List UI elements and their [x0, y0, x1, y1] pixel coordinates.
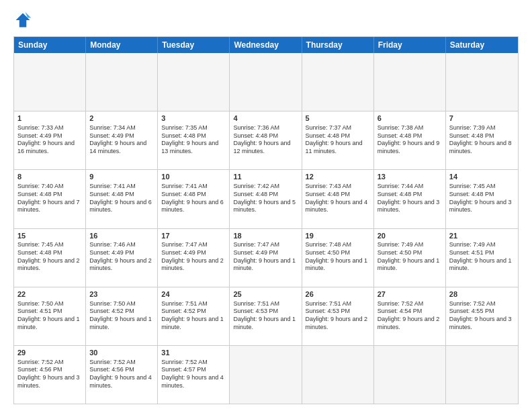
day-number: 19	[306, 231, 370, 241]
calendar-cell: 6Sunrise: 7:38 AMSunset: 4:48 PMDaylight…	[374, 111, 446, 169]
calendar-row: 8Sunrise: 7:40 AMSunset: 4:48 PMDaylight…	[14, 169, 518, 228]
calendar-cell: 12Sunrise: 7:43 AMSunset: 4:48 PMDayligh…	[302, 170, 374, 228]
calendar-header-cell: Wednesday	[230, 37, 302, 53]
calendar-cell: 18Sunrise: 7:47 AMSunset: 4:49 PMDayligh…	[230, 229, 302, 287]
day-number: 9	[89, 172, 154, 182]
calendar-cell	[374, 53, 446, 111]
cell-info: Sunrise: 7:52 AMSunset: 4:57 PMDaylight:…	[161, 359, 226, 390]
calendar-cell: 20Sunrise: 7:49 AMSunset: 4:50 PMDayligh…	[374, 229, 446, 287]
cell-info: Sunrise: 7:47 AMSunset: 4:49 PMDaylight:…	[233, 241, 298, 273]
calendar-body: 1Sunrise: 7:33 AMSunset: 4:49 PMDaylight…	[14, 53, 518, 404]
cell-info: Sunrise: 7:52 AMSunset: 4:55 PMDaylight:…	[449, 300, 515, 332]
cell-info: Sunrise: 7:51 AMSunset: 4:53 PMDaylight:…	[306, 300, 370, 332]
calendar-cell: 30Sunrise: 7:52 AMSunset: 4:56 PMDayligh…	[86, 346, 158, 404]
day-number: 6	[378, 113, 442, 124]
calendar-row: 29Sunrise: 7:52 AMSunset: 4:56 PMDayligh…	[14, 345, 518, 404]
calendar-cell	[302, 346, 374, 404]
calendar-cell: 16Sunrise: 7:46 AMSunset: 4:49 PMDayligh…	[86, 229, 158, 287]
cell-info: Sunrise: 7:42 AMSunset: 4:48 PMDaylight:…	[233, 183, 298, 214]
day-number: 8	[17, 172, 82, 182]
day-number: 13	[378, 172, 442, 182]
calendar-header-cell: Friday	[374, 37, 446, 53]
day-number: 22	[17, 289, 82, 300]
calendar-row: 22Sunrise: 7:50 AMSunset: 4:51 PMDayligh…	[14, 287, 518, 345]
cell-info: Sunrise: 7:51 AMSunset: 4:53 PMDaylight:…	[233, 300, 298, 332]
cell-info: Sunrise: 7:36 AMSunset: 4:48 PMDaylight:…	[233, 124, 298, 156]
calendar-cell: 31Sunrise: 7:52 AMSunset: 4:57 PMDayligh…	[158, 346, 230, 404]
cell-info: Sunrise: 7:41 AMSunset: 4:48 PMDaylight:…	[89, 183, 154, 214]
calendar-cell: 9Sunrise: 7:41 AMSunset: 4:48 PMDaylight…	[86, 170, 158, 228]
day-number: 7	[449, 113, 515, 124]
cell-info: Sunrise: 7:49 AMSunset: 4:51 PMDaylight:…	[449, 241, 515, 273]
cell-info: Sunrise: 7:46 AMSunset: 4:49 PMDaylight:…	[89, 241, 154, 273]
day-number: 20	[378, 231, 442, 241]
cell-info: Sunrise: 7:39 AMSunset: 4:48 PMDaylight:…	[449, 124, 515, 156]
calendar-cell	[14, 53, 86, 111]
day-number: 11	[233, 172, 298, 182]
cell-info: Sunrise: 7:50 AMSunset: 4:51 PMDaylight:…	[17, 300, 82, 332]
calendar-cell: 13Sunrise: 7:44 AMSunset: 4:48 PMDayligh…	[374, 170, 446, 228]
day-number: 23	[89, 289, 154, 300]
cell-info: Sunrise: 7:34 AMSunset: 4:49 PMDaylight:…	[89, 124, 154, 156]
calendar-cell: 28Sunrise: 7:52 AMSunset: 4:55 PMDayligh…	[446, 287, 518, 345]
day-number: 15	[17, 231, 82, 241]
day-number: 25	[233, 289, 298, 300]
cell-info: Sunrise: 7:49 AMSunset: 4:50 PMDaylight:…	[378, 241, 442, 273]
calendar-header-cell: Monday	[86, 37, 158, 53]
calendar-cell: 24Sunrise: 7:51 AMSunset: 4:52 PMDayligh…	[158, 287, 230, 345]
calendar-cell: 15Sunrise: 7:45 AMSunset: 4:48 PMDayligh…	[14, 229, 86, 287]
day-number: 4	[233, 113, 298, 124]
day-number: 27	[378, 289, 442, 300]
calendar-cell: 10Sunrise: 7:41 AMSunset: 4:48 PMDayligh…	[158, 170, 230, 228]
day-number: 30	[89, 348, 154, 358]
calendar-cell: 23Sunrise: 7:50 AMSunset: 4:52 PMDayligh…	[86, 287, 158, 345]
calendar-header-cell: Sunday	[14, 37, 86, 53]
calendar-cell	[158, 53, 230, 111]
page: SundayMondayTuesdayWednesdayThursdayFrid…	[0, 0, 532, 411]
calendar-cell	[230, 346, 302, 404]
day-number: 31	[161, 348, 226, 358]
cell-info: Sunrise: 7:37 AMSunset: 4:48 PMDaylight:…	[306, 124, 370, 156]
cell-info: Sunrise: 7:41 AMSunset: 4:48 PMDaylight:…	[161, 183, 226, 214]
day-number: 1	[17, 113, 82, 124]
cell-info: Sunrise: 7:50 AMSunset: 4:52 PMDaylight:…	[89, 300, 154, 332]
day-number: 3	[161, 113, 226, 124]
calendar-cell: 17Sunrise: 7:47 AMSunset: 4:49 PMDayligh…	[158, 229, 230, 287]
calendar: SundayMondayTuesdayWednesdayThursdayFrid…	[13, 36, 519, 404]
cell-info: Sunrise: 7:48 AMSunset: 4:50 PMDaylight:…	[306, 241, 370, 273]
cell-info: Sunrise: 7:43 AMSunset: 4:48 PMDaylight:…	[306, 183, 370, 214]
day-number: 18	[233, 231, 298, 241]
cell-info: Sunrise: 7:44 AMSunset: 4:48 PMDaylight:…	[378, 183, 442, 214]
calendar-header-cell: Tuesday	[158, 37, 230, 53]
calendar-cell: 27Sunrise: 7:52 AMSunset: 4:54 PMDayligh…	[374, 287, 446, 345]
calendar-cell	[302, 53, 374, 111]
cell-info: Sunrise: 7:38 AMSunset: 4:48 PMDaylight:…	[378, 124, 442, 156]
day-number: 26	[306, 289, 370, 300]
calendar-row: 15Sunrise: 7:45 AMSunset: 4:48 PMDayligh…	[14, 228, 518, 287]
logo	[13, 11, 35, 30]
calendar-cell	[230, 53, 302, 111]
day-number: 5	[306, 113, 370, 124]
calendar-header-cell: Thursday	[302, 37, 374, 53]
day-number: 21	[449, 231, 515, 241]
day-number: 2	[89, 113, 154, 124]
cell-info: Sunrise: 7:45 AMSunset: 4:48 PMDaylight:…	[449, 183, 515, 214]
calendar-cell	[86, 53, 158, 111]
day-number: 29	[17, 348, 82, 358]
cell-info: Sunrise: 7:35 AMSunset: 4:48 PMDaylight:…	[161, 124, 226, 156]
calendar-header-cell: Saturday	[446, 37, 518, 53]
cell-info: Sunrise: 7:45 AMSunset: 4:48 PMDaylight:…	[17, 241, 82, 273]
day-number: 14	[449, 172, 515, 182]
calendar-cell: 22Sunrise: 7:50 AMSunset: 4:51 PMDayligh…	[14, 287, 86, 345]
calendar-cell: 19Sunrise: 7:48 AMSunset: 4:50 PMDayligh…	[302, 229, 374, 287]
cell-info: Sunrise: 7:40 AMSunset: 4:48 PMDaylight:…	[17, 183, 82, 214]
calendar-cell: 1Sunrise: 7:33 AMSunset: 4:49 PMDaylight…	[14, 111, 86, 169]
cell-info: Sunrise: 7:47 AMSunset: 4:49 PMDaylight:…	[161, 241, 226, 273]
header	[13, 11, 519, 30]
calendar-cell: 14Sunrise: 7:45 AMSunset: 4:48 PMDayligh…	[446, 170, 518, 228]
cell-info: Sunrise: 7:33 AMSunset: 4:49 PMDaylight:…	[17, 124, 82, 156]
day-number: 10	[161, 172, 226, 182]
calendar-cell: 3Sunrise: 7:35 AMSunset: 4:48 PMDaylight…	[158, 111, 230, 169]
day-number: 16	[89, 231, 154, 241]
cell-info: Sunrise: 7:52 AMSunset: 4:56 PMDaylight:…	[89, 359, 154, 390]
